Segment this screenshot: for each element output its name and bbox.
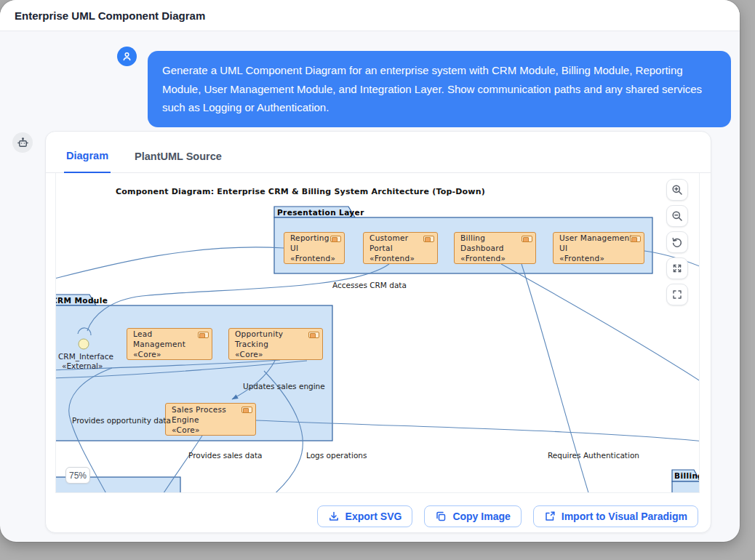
reset-view-button[interactable]: [666, 231, 688, 253]
component-sales-process-engine: Sales Process Engine «Core»: [165, 403, 256, 436]
package-label-presentation: Presentation Layer: [277, 208, 364, 217]
component-icon: [423, 236, 434, 242]
tab-bar: Diagram PlantUML Source: [46, 132, 711, 173]
tab-diagram[interactable]: Diagram: [64, 150, 111, 173]
zoom-out-icon: [671, 210, 683, 222]
app-window: Enterprise UML Component Diagram Generat…: [0, 0, 740, 542]
component-icon: [198, 332, 209, 338]
fullscreen-button[interactable]: [666, 284, 688, 305]
download-icon: [328, 511, 340, 522]
export-svg-button[interactable]: Export SVG: [317, 505, 413, 527]
app-header: Enterprise UML Component Diagram: [0, 0, 740, 31]
edge-label-provides-opportunity-data: Provides opportunity data: [72, 416, 171, 425]
diagram-canvas[interactable]: Component Diagram: Enterprise CRM & Bill…: [55, 173, 700, 493]
fullscreen-icon: [671, 289, 683, 300]
diagram-card: Diagram PlantUML Source: [45, 131, 711, 533]
component-icon: [630, 236, 641, 242]
zoom-level-badge: 75%: [65, 467, 90, 484]
component-icon: [330, 236, 341, 242]
billing-package-body: [672, 481, 700, 493]
component-user-management-ui: User Management UI «Frontend»: [553, 232, 644, 264]
component-billing-dashboard: Billing Dashboard «Frontend»: [454, 232, 536, 264]
tab-plantuml-source[interactable]: PlantUML Source: [132, 151, 224, 172]
edge-label-updates-sales-engine: Updates sales engine: [243, 382, 325, 391]
zoom-in-icon: [671, 184, 683, 196]
import-visual-paradigm-button[interactable]: Import to Visual Paradigm: [533, 505, 698, 527]
component-icon: [522, 236, 532, 242]
edge-label-accesses-crm-data: Accesses CRM data: [332, 281, 407, 289]
component-lead-management: Lead Management «Core»: [127, 328, 212, 360]
reset-view-icon: [671, 236, 683, 248]
interface-label: CRM_Interface «External»: [58, 352, 113, 371]
user-avatar: [117, 47, 137, 66]
page-title: Enterprise UML Component Diagram: [15, 0, 205, 31]
zoom-in-button[interactable]: [666, 179, 688, 201]
edge-label-requires-authentication: Requires Authentication: [548, 451, 639, 460]
diagram-title: Component Diagram: Enterprise CRM & Bill…: [116, 187, 485, 196]
copy-icon: [435, 511, 447, 522]
footer-actions: Export SVG Copy Image Import to Visual P…: [46, 505, 698, 527]
user-message-bubble: Generate a UML Component Diagram for an …: [148, 51, 731, 127]
interface-circle: [79, 339, 89, 349]
bot-avatar: [12, 132, 33, 153]
expand-icon: [671, 263, 683, 274]
copy-image-button[interactable]: Copy Image: [424, 505, 521, 527]
package-label-billing: Billing: [674, 471, 700, 480]
component-icon: [241, 407, 252, 413]
component-icon: [308, 332, 319, 338]
person-icon: [121, 51, 132, 62]
zoom-out-button[interactable]: [666, 205, 688, 227]
edge-label-provides-sales-data: Provides sales data: [188, 451, 262, 460]
component-reporting-ui: Reporting UI «Frontend»: [284, 232, 345, 264]
robot-icon: [17, 137, 29, 149]
component-customer-portal: Customer Portal «Frontend»: [363, 232, 438, 264]
package-label-crm: CRM Module: [55, 296, 108, 305]
edge-label-logs-operations: Logs operations: [306, 451, 367, 460]
expand-button[interactable]: [666, 257, 688, 279]
zoom-controls: [666, 179, 688, 305]
external-link-icon: [544, 511, 556, 522]
component-opportunity-tracking: Opportunity Tracking «Core»: [228, 328, 323, 360]
